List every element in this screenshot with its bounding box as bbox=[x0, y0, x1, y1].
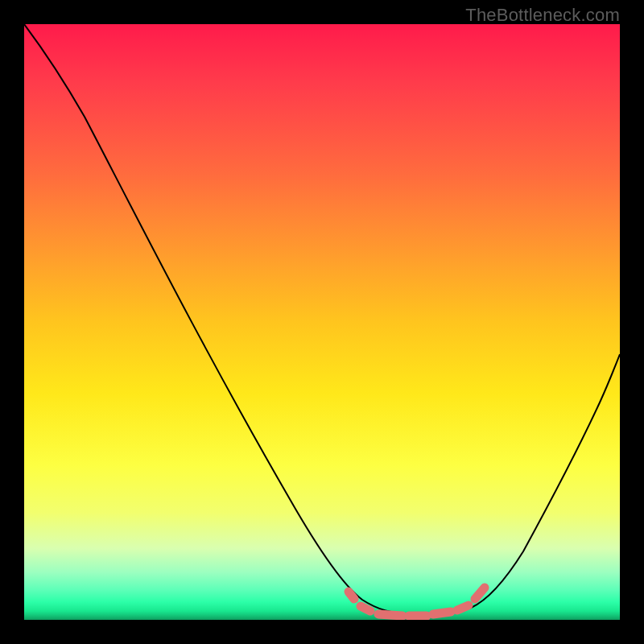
chart-frame: TheBottleneck.com bbox=[0, 0, 644, 644]
watermark-text: TheBottleneck.com bbox=[465, 5, 620, 26]
accent-region bbox=[349, 588, 485, 616]
curve-svg bbox=[24, 24, 620, 620]
plot-area bbox=[24, 24, 620, 620]
bottleneck-curve bbox=[24, 24, 620, 615]
